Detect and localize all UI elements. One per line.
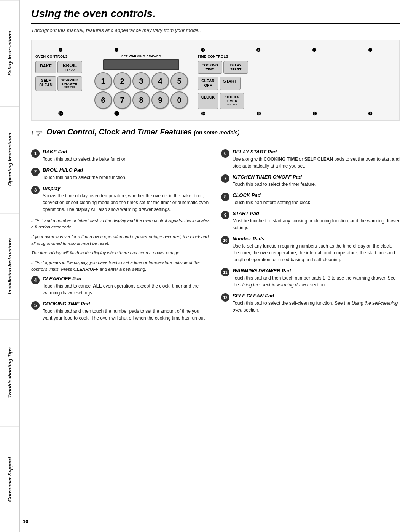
all-bold: ALL [93,283,102,289]
tab-installation[interactable]: Installation Instructions [0,213,19,319]
self-clean-button[interactable]: SELFCLEAN [35,76,56,91]
feature-desc-clock: Touch this pad before setting the clock. [233,199,311,206]
warming-label: WARMINGDRAWER [60,78,80,86]
feature-num-2: 2 [31,168,40,176]
cooking-time-button[interactable]: COOKINGTIME [198,61,222,74]
feature-text-numpad: Number Pads Use to set any function requ… [233,236,400,263]
time-controls-label: TIME CONTROLS [198,54,266,58]
clearoff-bold: CLEAR/OFF [73,267,99,272]
feature-warming-drawer: 11 WARMING DRAWER Pad Touch this pad and… [221,268,400,288]
tab-troubleshooting[interactable]: Troubleshooting Tips [0,319,19,425]
feature-text-start: START Pad Must be touched to start any c… [233,211,400,231]
feature-num-12: 12 [221,293,229,302]
delay-start-button[interactable]: DELAYSTART [223,61,248,74]
diag-label-7: ❼ [368,111,373,117]
feature-text-delay: DELAY START Pad Use along with COOKING T… [233,149,400,169]
diag-label-8: ❽ [312,111,317,117]
broil-button[interactable]: BROIL HI / LO [57,61,82,73]
feature-desc-kitchen-timer: Touch this pad to select the timer featu… [233,181,316,188]
bake-button[interactable]: BAKE [35,61,56,73]
num-btn-2[interactable]: 2 [113,72,131,90]
tab-consumer[interactable]: Consumer Support [0,426,19,532]
feature-clearoff: 4 CLEAR/OFF Pad Touch this pad to cancel… [31,276,210,296]
oven-diagram: ❶ ❷ ❸ ❹ ❺ ❻ OVEN CONTROLS BAKE BROIL HI … [31,40,400,121]
section-title: Oven Control, Clock and Timer Features (… [46,128,400,138]
feature-title-broil: BROIL HI/LO Pad [43,167,126,173]
tab-safety[interactable]: Safety Instructions [0,0,19,106]
clear-off-button[interactable]: CLEAROFF [198,77,218,90]
num-btn-8[interactable]: 8 [132,91,150,109]
page-title: Using the oven controls. [31,8,400,24]
right-features: 6 DELAY START Pad Use along with COOKING… [221,149,400,326]
feature-title-numpad: Number Pads [233,236,400,241]
warming-drawer-button[interactable]: WARMINGDRAWER SET OFF [57,76,82,91]
hand-icon: ☞ [31,126,43,142]
feature-title-clock: CLOCK Pad [233,192,311,198]
feature-title-clearoff: CLEAR/OFF Pad [43,276,210,281]
num-btn-4[interactable]: 4 [151,72,169,90]
num-btn-3[interactable]: 3 [132,72,150,90]
warming-sub: SET OFF [60,86,80,89]
self-warm-row: SELFCLEAN WARMINGDRAWER SET OFF [35,76,85,91]
feature-text-broil: BROIL HI/LO Pad Touch this pad to select… [43,167,126,181]
start-button[interactable]: START [220,77,241,90]
feature-title-display: Display [43,185,210,191]
center-panel: SET WARMING DRAWER 1 2 3 4 5 6 7 8 9 0 [88,54,194,109]
kitchen-timer-button[interactable]: KITCHENTIMER ON OFF [220,93,244,109]
on-some-models-text: (on some models) [194,129,240,136]
feature-cookingtime: 5 COOKING TIME Pad Touch this pad and th… [31,301,210,321]
italic-note-4: If "Err" appears in the display, you hav… [31,259,210,273]
diag-label-4: ❹ [256,47,261,53]
clock-ktimer-row: CLOCK KITCHENTIMER ON OFF [198,93,266,109]
cooking-time-label: COOKINGTIME [200,63,220,72]
diag-label-10: ❿ [201,111,206,117]
num-btn-9[interactable]: 9 [151,91,169,109]
feature-text-self-clean: SELF CLEAN Pad Touch this pad to select … [233,293,400,313]
tab-operating[interactable]: Operating Instructions [0,106,19,212]
kitchen-timer-label: KITCHENTIMER [222,95,242,104]
clock-button[interactable]: CLOCK [198,93,218,109]
feature-num-7: 7 [221,174,229,183]
feature-num-5: 5 [31,301,40,310]
set-warming-label: SET WARMING DRAWER [121,54,161,58]
feature-text-warming-drawer: WARMING DRAWER Pad Touch this pad and th… [233,268,400,288]
main-content: Using the oven controls. Throughout this… [20,0,411,337]
feature-self-clean: 12 SELF CLEAN Pad Touch this pad to sele… [221,293,400,313]
section-title-text: Oven Control, Clock and Timer Features [46,128,192,136]
right-panel: TIME CONTROLS COOKINGTIME DELAYSTART CLE… [198,54,266,109]
num-btn-0[interactable]: 0 [170,91,188,109]
feature-num-1: 1 [31,149,40,158]
feature-title-self-clean: SELF CLEAN Pad [233,293,400,299]
feature-title-warming-drawer: WARMING DRAWER Pad [233,268,400,273]
feature-display: 3 Display Shows the time of day, oven te… [31,185,210,213]
feature-num-6: 6 [221,149,229,158]
diag-label-5: ❺ [312,47,317,53]
feature-desc-bake: Touch this pad to select the bake functi… [43,156,127,163]
num-btn-1[interactable]: 1 [94,72,112,90]
using-electric-italic: Using the electric warming drawer [240,282,309,288]
self-clean-label: SELFCLEAN [38,78,54,88]
feature-kitchen-timer: 7 KITCHEN TIMER ON/OFF Pad Touch this pa… [221,174,400,188]
subtitle: Throughout this manual, features and app… [31,27,400,33]
diag-label-6: ❻ [368,47,373,53]
side-tabs: Safety Instructions Operating Instructio… [0,0,20,532]
section-header-row: ☞ Oven Control, Clock and Timer Features… [31,128,400,144]
cooking-delay-row: COOKINGTIME DELAYSTART [198,61,266,74]
feature-desc-delay: Use along with COOKING TIME or SELF CLEA… [233,156,400,169]
left-features: 1 BAKE Pad Touch this pad to select the … [31,149,210,326]
num-btn-6[interactable]: 6 [94,91,112,109]
num-btn-5[interactable]: 5 [170,72,188,90]
feature-bake: 1 BAKE Pad Touch this pad to select the … [31,149,210,163]
broil-label: BROIL [61,63,79,68]
feature-num-3: 3 [31,186,40,194]
kitchen-timer-sub: ON OFF [222,103,242,106]
diag-label-1: ❶ [58,47,63,53]
feature-numpad: 10 Number Pads Use to set any function r… [221,236,400,263]
feature-desc-clearoff: Touch this pad to cancel ALL oven operat… [43,283,210,296]
feature-num-9: 9 [221,211,229,219]
diag-label-2: ❷ [114,47,119,53]
feature-num-4: 4 [31,276,40,284]
diag-label-3: ❸ [201,47,205,53]
feature-text-cookingtime: COOKING TIME Pad Touch this pad and then… [43,301,210,321]
num-btn-7[interactable]: 7 [113,91,131,109]
